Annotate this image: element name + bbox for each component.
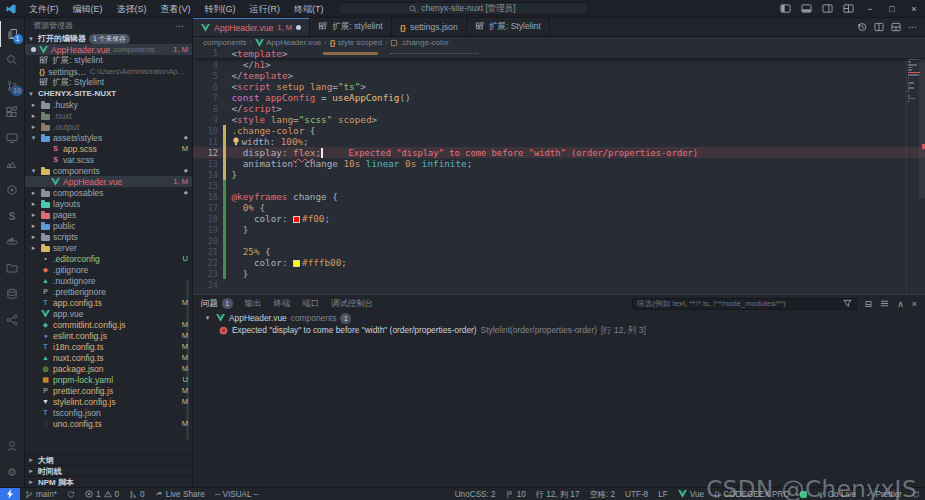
chevron-right-icon[interactable]: ▸	[29, 233, 38, 241]
tree-item-server[interactable]: ▸server	[25, 242, 192, 253]
code-line-22[interactable]: 22 color: #fffb00;	[193, 257, 925, 268]
status-merge-count[interactable]: 0	[124, 488, 150, 500]
open-editor-扩展: Stylelint[interactable]: 扩展: Stylelint	[25, 77, 192, 88]
color-swatch[interactable]	[293, 260, 300, 267]
tree-item-pnpm-lock.yaml[interactable]: ▦pnpm-lock.yamlU	[25, 374, 192, 385]
minimize-button[interactable]: −	[859, 0, 881, 18]
section-NPM 脚本[interactable]: ▸NPM 脚本	[25, 476, 192, 487]
close-panel-icon[interactable]: ×	[912, 299, 917, 309]
tree-item-composables[interactable]: ▸composables●	[25, 187, 192, 198]
tree-item-assets\styles[interactable]: ▾assets\styles●	[25, 132, 192, 143]
code-line-11[interactable]: 11width: 100%;	[193, 136, 925, 147]
status-green-extension[interactable]	[795, 488, 812, 500]
breadcrumb-item[interactable]: .change-color	[390, 38, 448, 47]
status-eol[interactable]: LF	[653, 488, 673, 500]
tree-item-app.vue[interactable]: app.vue	[25, 308, 192, 319]
filter-icon[interactable]	[843, 299, 852, 308]
chevron-right-icon[interactable]: ▸	[29, 123, 38, 131]
status-flag-count[interactable]: 10	[501, 488, 531, 500]
panel-tab-终端[interactable]: 终端	[274, 298, 291, 309]
code-line-12[interactable]: 12 display: flex;Expected "display" to c…	[193, 147, 925, 158]
open-editors-header[interactable]: ▾ 打开的编辑器 1 个未保存	[25, 33, 192, 44]
maximize-panel-icon[interactable]: ∧	[897, 299, 904, 309]
activity-account[interactable]	[0, 433, 25, 459]
status-status-refresh[interactable]	[907, 488, 925, 500]
sticky-scroll-line[interactable]: 1<template>	[193, 48, 925, 59]
tree-item-.editorconfig[interactable]: ▪.editorconfigU	[25, 253, 192, 264]
open-editor-settings.json[interactable]: {}settings.jsonC:\Users\Administrator\Ap…	[25, 66, 192, 77]
toggle-panel-icon[interactable]	[796, 3, 817, 14]
activity-test-tool[interactable]	[0, 177, 25, 203]
split-editor-icon[interactable]	[874, 22, 884, 32]
chevron-right-icon[interactable]: ▸	[29, 211, 38, 219]
code-line-6[interactable]: 6<script setup lang="ts">	[193, 81, 925, 92]
activity-share-graph[interactable]	[0, 307, 25, 333]
close-button[interactable]: ×	[903, 0, 925, 18]
status-prettier[interactable]: ✓Prettier	[861, 488, 907, 500]
chevron-right-icon[interactable]: ▸	[29, 200, 38, 208]
problems-error-row[interactable]: Expected "display" to come before "width…	[193, 324, 925, 336]
status-go-live[interactable]: Go Live	[812, 488, 861, 500]
toggle-sidebar-icon[interactable]	[775, 3, 796, 14]
chevron-down-icon[interactable]: ▾	[29, 167, 38, 175]
timeline-history-icon[interactable]	[857, 22, 867, 32]
chevron-right-icon[interactable]: ▸	[29, 222, 38, 230]
code-line-20[interactable]: 20	[193, 235, 925, 246]
breadcrumb-item[interactable]: AppHeader.vue	[255, 38, 321, 47]
lightbulb-icon[interactable]	[232, 137, 240, 146]
code-line-23[interactable]: 23 }	[193, 268, 925, 279]
status-unocss[interactable]: UnoCSS: 2	[450, 488, 501, 500]
tree-item-pages[interactable]: ▸pages	[25, 209, 192, 220]
activity-search[interactable]	[0, 47, 25, 73]
code-line-24[interactable]: 24	[193, 279, 925, 290]
tree-item-.nuxtignore[interactable]: ▲.nuxtignore	[25, 275, 192, 286]
activity-settings[interactable]: ⚙	[0, 459, 25, 485]
menu-item-3[interactable]: 查看(V)	[154, 0, 198, 18]
tree-item-scripts[interactable]: ▸scripts	[25, 231, 192, 242]
customize-layout-icon[interactable]	[838, 3, 859, 14]
code-line-13[interactable]: 13 animation: change 10s linear 0s infin…	[193, 158, 925, 169]
activity-remote-explorer[interactable]	[0, 125, 25, 151]
collapse-all-icon[interactable]: ⊟	[865, 299, 873, 309]
dirty-indicator[interactable]	[296, 25, 301, 30]
section-大纲[interactable]: ▸大纲	[25, 454, 192, 465]
tab-AppHeader.vue[interactable]: AppHeader.vue1, M	[193, 18, 310, 36]
code-line-8[interactable]: 8</script>	[193, 103, 925, 114]
project-root-header[interactable]: ▾ CHENYX-SITE-NUXT	[25, 88, 192, 99]
status-problems[interactable]: 10	[80, 488, 124, 500]
code-line-17[interactable]: 17 0% {	[193, 202, 925, 213]
tree-item-components[interactable]: ▾components●	[25, 165, 192, 176]
panel-tab-输出[interactable]: 输出	[245, 298, 262, 309]
activity-docker[interactable]	[0, 229, 25, 255]
code-line-14[interactable]: 14}	[193, 169, 925, 180]
code-line-9[interactable]: 9<style lang="scss" scoped>	[193, 114, 925, 125]
editor-scrollbar[interactable]	[919, 48, 925, 198]
tree-item-.nuxt[interactable]: ▸.nuxt	[25, 110, 192, 121]
minimap[interactable]	[906, 48, 919, 294]
breadcrumb-item[interactable]: {}style scoped	[329, 38, 382, 47]
problems-file-row[interactable]: ▾ AppHeader.vue components 1	[193, 312, 925, 324]
code-line-21[interactable]: 21 25% {	[193, 246, 925, 257]
panel-tab-问题[interactable]: 问题1	[201, 298, 233, 309]
sidebar-scrollbar[interactable]	[186, 280, 189, 440]
tree-item-package.json[interactable]: ◍package.jsonM	[25, 363, 192, 374]
activity-project-manager[interactable]	[0, 255, 25, 281]
chevron-right-icon[interactable]: ▸	[29, 189, 38, 197]
tree-item-commitlint.config.js[interactable]: ◈commitlint.config.jsM	[25, 319, 192, 330]
tab-扩展: stylelint[interactable]: 扩展: stylelint	[310, 18, 392, 36]
problems-filter-input[interactable]: 筛选(例如 text, **/*.ts, !**/node_modules/**…	[632, 298, 857, 310]
activity-explorer[interactable]: 1	[0, 21, 25, 47]
command-center-search[interactable]: chenyx-site-nuxt [管理员]	[338, 2, 588, 15]
status-cursor-position[interactable]: 行 12, 列 17	[531, 488, 585, 500]
status-git-branch[interactable]: main*	[20, 488, 62, 500]
panel-tab-调试控制台[interactable]: 调试控制台	[331, 298, 373, 309]
open-editor-扩展: stylelint[interactable]: 扩展: stylelint	[25, 55, 192, 66]
activity-snippets-tool[interactable]: S	[0, 203, 25, 229]
color-swatch[interactable]	[293, 216, 300, 223]
status-encoding[interactable]: UTF-8	[620, 488, 653, 500]
code-line-10[interactable]: 10.change-color {	[193, 125, 925, 136]
tree-item-AppHeader.vue[interactable]: AppHeader.vue1, M	[25, 176, 192, 187]
activity-nuxt-tool[interactable]	[0, 151, 25, 177]
tree-item-.gitignore[interactable]: ◆.gitignore	[25, 264, 192, 275]
toggle-secondary-sidebar-icon[interactable]	[817, 3, 838, 14]
